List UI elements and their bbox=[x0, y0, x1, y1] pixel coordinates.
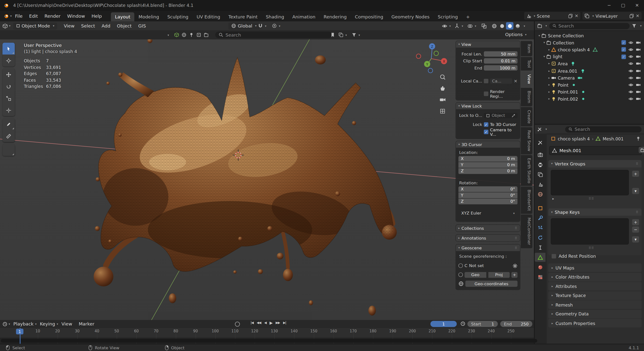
options-button[interactable]: Options▾ bbox=[505, 32, 526, 37]
gis-layers-icon[interactable] bbox=[204, 32, 208, 37]
close-button[interactable]: ✕ bbox=[630, 0, 644, 10]
proj-radio[interactable] bbox=[458, 273, 463, 277]
camera-toggle-icon[interactable] bbox=[636, 47, 641, 52]
menu-render[interactable]: Render bbox=[41, 10, 64, 21]
new-viewlayer-icon[interactable] bbox=[629, 13, 634, 18]
properties-editor-icon[interactable] bbox=[537, 127, 542, 132]
resize-grip[interactable]: ⠿⠿ bbox=[588, 246, 594, 250]
workspace-tab-rendering[interactable]: Rendering bbox=[320, 12, 350, 21]
vertex-groups-header[interactable]: ▾Vertex Groups⠿ bbox=[548, 160, 642, 167]
workspace-tab-texture-paint[interactable]: Texture Paint bbox=[224, 12, 262, 21]
menu-help[interactable]: Help bbox=[88, 10, 105, 21]
workspace-tab-geometry-nodes[interactable]: Geometry Nodes bbox=[387, 12, 434, 21]
tool-measure[interactable] bbox=[2, 130, 15, 142]
camera-toggle-icon[interactable] bbox=[636, 68, 641, 73]
npanel-tab-item[interactable]: Item bbox=[521, 41, 532, 56]
gizmos-toggle-icon[interactable] bbox=[454, 23, 460, 29]
menu-window[interactable]: Window bbox=[64, 10, 88, 21]
tab-modifiers[interactable] bbox=[535, 213, 545, 222]
prev-keyframe-button[interactable]: ◀◀ bbox=[255, 321, 263, 325]
add-shape-key-button[interactable]: + bbox=[632, 219, 639, 225]
npanel-tab-real-snow[interactable]: Real Snow bbox=[521, 127, 532, 154]
snap-magnet-icon[interactable] bbox=[258, 23, 263, 28]
proportional-editing-icon[interactable] bbox=[272, 23, 277, 28]
tab-tool[interactable] bbox=[535, 138, 545, 147]
cursor-location-fields[interactable]: X0 m Y0 m Z0 m bbox=[458, 156, 518, 174]
tool-add-cube[interactable] bbox=[2, 144, 15, 156]
remove-viewlayer-icon[interactable]: × bbox=[636, 13, 639, 18]
panel-custom-properties[interactable]: ▸Custom Properties bbox=[548, 319, 642, 328]
bookmark-icon[interactable] bbox=[330, 32, 335, 37]
datablock-name-field[interactable]: Mesh.001 bbox=[549, 146, 642, 155]
eye-icon[interactable] bbox=[628, 40, 634, 45]
play-reverse-button[interactable]: ◀ bbox=[262, 321, 268, 325]
camera-toggle-icon[interactable] bbox=[636, 40, 641, 45]
camera-toggle-icon[interactable] bbox=[636, 61, 641, 66]
shading-wireframe-button[interactable] bbox=[490, 22, 498, 29]
titlebar[interactable]: 4 [C:\Users\mahip\OneDrive\Desktop\WIP\C… bbox=[0, 0, 644, 11]
panel-geoscene-header[interactable]: ▾Geoscene⠿ bbox=[456, 245, 520, 251]
tool-search-input[interactable]: Search bbox=[215, 32, 332, 38]
auto-keying-toggle[interactable] bbox=[235, 322, 240, 327]
tool-scale[interactable] bbox=[2, 92, 15, 104]
outliner-row-area[interactable]: ▸Area bbox=[535, 60, 644, 67]
ortho-grid-icon[interactable] bbox=[440, 109, 445, 113]
focal-length-field[interactable]: 50 mm bbox=[484, 51, 518, 57]
object-visibility-icon[interactable] bbox=[442, 23, 448, 29]
transform-orientation-dropdown[interactable]: Global ▾ bbox=[228, 22, 259, 29]
mode-dropdown[interactable]: Object Mode ▾ bbox=[13, 22, 57, 29]
outliner-row-camera[interactable]: ▸Camera bbox=[535, 74, 644, 81]
new-scene-icon[interactable] bbox=[568, 13, 573, 18]
tool-cursor[interactable] bbox=[2, 54, 15, 66]
navigation-gizmo[interactable]: Z X Y bbox=[416, 43, 447, 73]
vp-menu-view[interactable]: View bbox=[60, 21, 78, 30]
local-camera-field[interactable]: Ca... bbox=[490, 78, 512, 84]
maximize-button[interactable]: ▢ bbox=[616, 0, 630, 10]
remove-shape-key-button[interactable]: − bbox=[632, 227, 639, 233]
tab-constraints[interactable] bbox=[535, 243, 545, 252]
gizmo-neg-z-axis[interactable] bbox=[428, 68, 433, 73]
timeline-scrollbar[interactable] bbox=[1, 339, 537, 343]
scene-selector[interactable]: ▾ Scene × bbox=[524, 12, 580, 20]
menu-marker[interactable]: Marker bbox=[76, 320, 98, 328]
xray-toggle-icon[interactable] bbox=[481, 23, 487, 29]
menu-playback[interactable]: Playback bbox=[10, 320, 37, 328]
overlays-toggle-icon[interactable] bbox=[467, 23, 473, 29]
timeline-ruler[interactable]: 1020304050607080901001101201301401501601… bbox=[0, 328, 534, 338]
outliner-row-collection[interactable]: ▾Collection ✓ bbox=[535, 39, 644, 46]
breadcrumb-object[interactable]: choco splash 4 bbox=[558, 136, 590, 141]
specials-arrow[interactable]: ▸ bbox=[552, 197, 554, 201]
panel-color-attributes[interactable]: ▸Color Attributes bbox=[548, 273, 642, 281]
vp-menu-gis[interactable]: GIS bbox=[135, 21, 149, 30]
frame-end-field[interactable]: End250 bbox=[500, 321, 532, 327]
vertex-groups-list[interactable] bbox=[551, 170, 629, 195]
shape-keys-list[interactable] bbox=[551, 218, 629, 245]
panel-collections[interactable]: ▸Collections⠿ bbox=[456, 225, 520, 232]
outliner-row-point-002[interactable]: ▸Point.002 bbox=[535, 95, 644, 103]
tool-rotate[interactable] bbox=[2, 80, 15, 92]
editor-type-icon[interactable] bbox=[2, 23, 8, 28]
render-region-checkbox[interactable] bbox=[484, 91, 488, 96]
add-rest-position-checkbox[interactable] bbox=[552, 254, 556, 258]
panel-view-lock-header[interactable]: ▾View Lock bbox=[456, 103, 520, 109]
playhead-marker[interactable]: 1 bbox=[16, 329, 23, 334]
add-crs-button[interactable]: + bbox=[511, 272, 518, 277]
viewport-nav-buttons[interactable] bbox=[440, 75, 446, 113]
proj-button[interactable]: Proj bbox=[488, 272, 510, 277]
panel-geometry-data[interactable]: ▸Geometry Data bbox=[548, 310, 642, 318]
menu-edit[interactable]: Edit bbox=[26, 10, 41, 21]
collection-checkbox[interactable]: ✓ bbox=[622, 40, 626, 45]
filter-icon[interactable] bbox=[632, 23, 637, 28]
tab-output[interactable] bbox=[535, 160, 545, 169]
viewlayer-name[interactable]: ViewLayer bbox=[595, 13, 627, 18]
tab-object[interactable] bbox=[535, 204, 545, 213]
eye-icon[interactable] bbox=[628, 68, 634, 73]
outliner-row-point-001[interactable]: ▸Point.001 bbox=[535, 88, 644, 95]
eye-icon[interactable] bbox=[628, 61, 634, 66]
zoom-icon[interactable] bbox=[440, 75, 445, 79]
vertex-group-specials-button[interactable]: ▾ bbox=[632, 188, 639, 194]
clip-end-field[interactable]: 1000 m bbox=[484, 65, 518, 71]
shape-key-specials-button[interactable]: ▾ bbox=[632, 236, 639, 243]
frame-start-field[interactable]: Start1 bbox=[467, 321, 498, 327]
npanel-tab-tool[interactable]: Tool bbox=[521, 57, 532, 71]
